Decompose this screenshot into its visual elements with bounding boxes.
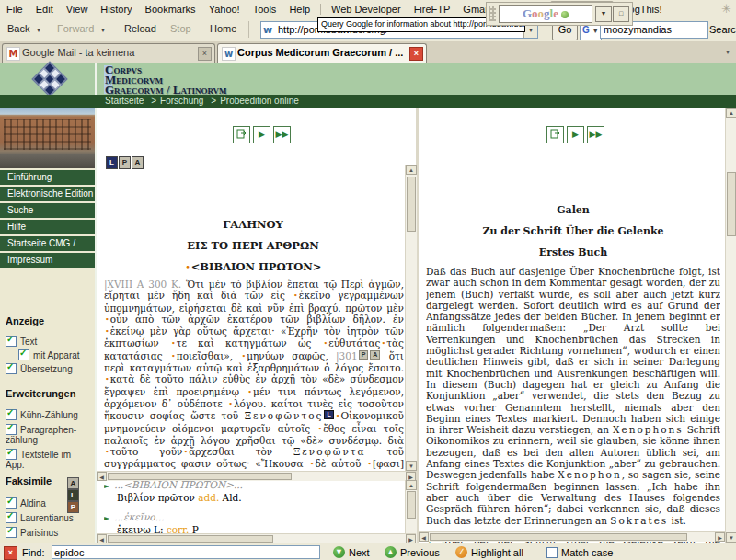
scrollbar-thumb[interactable]	[108, 535, 273, 543]
drag-handle-icon[interactable]	[489, 6, 496, 21]
checkbox-text[interactable]: Text	[6, 336, 37, 347]
greek-frame-nav: ▶ ▶▶	[233, 126, 291, 143]
facsimile-a-button[interactable]: A	[67, 477, 79, 489]
scrollbar-thumb[interactable]	[727, 172, 736, 236]
menu-separator	[320, 4, 321, 15]
triangle-marker-icon[interactable]: ►	[104, 514, 109, 522]
checkbox-aldina[interactable]: Aldina	[6, 497, 46, 509]
checkbox-icon[interactable]	[6, 527, 17, 538]
menu-item-view[interactable]: View	[60, 1, 95, 15]
apparatus-lemma: ...ἐκεῖνο...	[114, 511, 164, 522]
checkbox-icon[interactable]	[6, 497, 17, 509]
close-icon[interactable]: ×	[4, 546, 17, 560]
sidebar-item-suche[interactable]: Suche	[0, 203, 95, 218]
menu-item-web-developer[interactable]: Web Developer	[325, 1, 408, 15]
sidebar-item-impressum[interactable]: Impressum	[0, 253, 95, 268]
facsimile-l-button[interactable]: L	[106, 156, 118, 169]
list-all-tabs-icon[interactable]: ▼	[721, 45, 734, 59]
widget-restore-button[interactable]: □	[613, 6, 629, 22]
find-previous-icon[interactable]: ▲	[385, 546, 397, 558]
german-h-scrollbar[interactable]: ◀ ▶	[419, 531, 725, 542]
close-icon[interactable]: ×	[198, 47, 212, 61]
sidebar-item-hilfe[interactable]: Hilfe	[0, 220, 95, 234]
back-button[interactable]: Back ▼	[7, 23, 41, 34]
menu-item-fireftp[interactable]: FireFTP	[408, 1, 457, 15]
main-scrollbar[interactable]: ▲ ▼	[725, 108, 736, 543]
checkbox-uebersetzung[interactable]: Übersetzung	[6, 363, 73, 374]
checkbox-icon[interactable]	[6, 449, 17, 460]
checkbox-laurentianus[interactable]: Laurentianus	[6, 512, 74, 523]
google-toolbar-widget[interactable]: Google ▼ □	[486, 2, 633, 26]
checkbox-icon[interactable]	[6, 512, 17, 523]
reload-button[interactable]: Reload	[124, 23, 156, 34]
menu-item-tools[interactable]: Tools	[247, 1, 283, 15]
menu-item-file[interactable]: File	[0, 1, 29, 15]
next-section-button[interactable]: ▶	[567, 126, 584, 143]
german-frame-nav: ▶ ▶▶	[546, 126, 604, 143]
breadcrumb: Startseite>Forschung>Probeedition online	[0, 95, 736, 108]
checkbox-icon[interactable]	[6, 363, 17, 374]
breadcrumb-probeedition[interactable]: Probeedition online	[220, 96, 299, 106]
checkbox-icon[interactable]	[6, 424, 17, 435]
menu-item-bookmarks[interactable]: Bookmarks	[139, 1, 202, 15]
scrollbar-thumb[interactable]	[430, 533, 687, 541]
menu-item-yahoo[interactable]: Yahoo!	[202, 1, 247, 15]
scroll-left-icon[interactable]: ◀	[419, 532, 429, 542]
find-next-icon[interactable]: ▼	[333, 546, 345, 558]
next-book-button[interactable]: ▶▶	[273, 126, 291, 143]
triangle-marker-icon[interactable]: ►	[104, 482, 109, 490]
sidebar-item-einfuehrung[interactable]: Einführung	[0, 170, 95, 185]
close-icon[interactable]: ×	[409, 47, 423, 61]
facsimile-p-button[interactable]: P	[119, 156, 131, 169]
sidebar-item-elektronische-edition[interactable]: Elektronische Edition	[0, 187, 95, 201]
scroll-up-icon[interactable]: ▲	[726, 108, 736, 118]
search-button[interactable]: Search	[709, 24, 736, 35]
site-favicon-icon: w	[263, 24, 275, 36]
facsimile-a-button[interactable]: A	[132, 156, 144, 169]
home-button[interactable]: Home	[210, 23, 236, 34]
checkbox-icon[interactable]	[6, 409, 17, 420]
greek-text-scrollbar[interactable]: ▲ ▼	[405, 165, 417, 471]
scroll-up-icon[interactable]: ▲	[406, 165, 417, 175]
tab-corpus-medicorum[interactable]: w Corpus Medicorum Graecorum / ... ×	[217, 43, 427, 63]
menu-item-help[interactable]: Help	[282, 1, 316, 15]
highlight-all-button[interactable]: Highlight all	[471, 547, 523, 558]
next-book-button[interactable]: ▶▶	[587, 126, 604, 143]
german-title-author: Galen	[421, 204, 725, 216]
scroll-down-icon[interactable]: ▼	[726, 532, 736, 543]
menu-item-history[interactable]: History	[94, 1, 138, 15]
page-jump-button[interactable]	[546, 126, 564, 143]
page-jump-button[interactable]	[233, 126, 250, 143]
find-previous-button[interactable]: Previous	[400, 547, 440, 558]
facsimile-l-button[interactable]: L	[67, 489, 79, 501]
checkbox-kuehn-zaehlung[interactable]: Kühn-Zählung	[6, 409, 78, 420]
match-case-checkbox[interactable]	[546, 547, 558, 558]
find-input[interactable]	[52, 545, 320, 559]
scroll-up-icon[interactable]: ▲	[406, 480, 417, 490]
scroll-right-icon[interactable]: ▶	[715, 532, 725, 542]
stop-button[interactable]: Stop	[170, 23, 191, 34]
next-section-button[interactable]: ▶	[253, 126, 270, 143]
scrollbar-thumb[interactable]	[407, 177, 416, 232]
chevron-down-icon[interactable]: ▼	[99, 27, 106, 33]
scroll-down-icon[interactable]: ▼	[406, 461, 417, 471]
checkbox-mit-apparat[interactable]: mit Apparat	[18, 349, 80, 360]
checkbox-icon[interactable]	[18, 349, 29, 360]
menu-item-edit[interactable]: Edit	[29, 1, 60, 15]
chevron-down-icon[interactable]: ▼	[592, 28, 599, 34]
highlight-all-icon[interactable]: ∕	[455, 546, 467, 558]
widget-dropdown-button[interactable]: ▼	[595, 6, 612, 22]
breadcrumb-forschung[interactable]: Forschung	[160, 96, 203, 106]
chevron-down-icon[interactable]: ▼	[36, 27, 42, 33]
find-next-button[interactable]: Next	[349, 547, 370, 558]
match-case-label[interactable]: Match case	[561, 547, 613, 558]
tab-gmail[interactable]: M Google Mail - ta keimena ×	[2, 43, 215, 63]
breadcrumb-startseite[interactable]: Startseite	[105, 96, 144, 106]
forward-button[interactable]: Forward ▼	[57, 23, 106, 34]
checkbox-paragraphenzaehlung[interactable]: Paragraphen-zählung	[6, 424, 86, 445]
checkbox-textstelle-im-app[interactable]: Textstelle im App.	[6, 449, 86, 470]
checkbox-parisinus[interactable]: Parisinus	[6, 527, 58, 538]
checkbox-icon[interactable]	[6, 336, 17, 347]
sidebar-item-startseite-cmg-cml[interactable]: Startseite CMG / CML	[0, 236, 95, 251]
scrollbar-thumb[interactable]	[407, 491, 416, 519]
